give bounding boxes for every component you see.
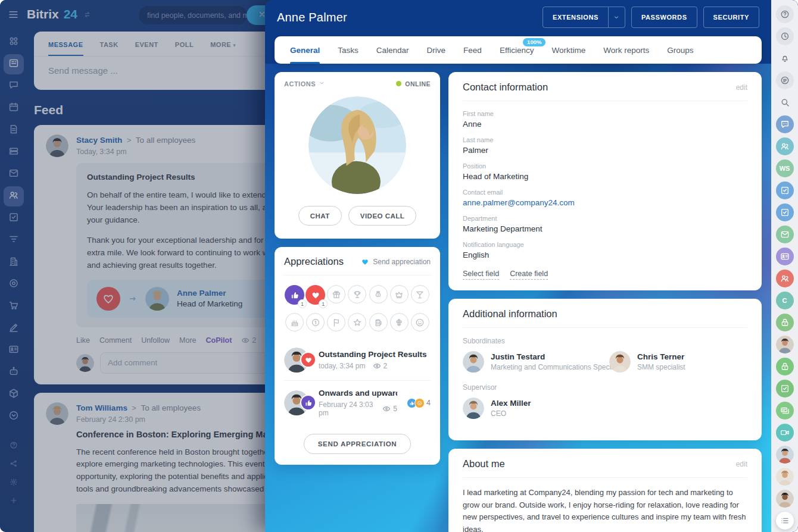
contact-field: First nameAnne	[463, 110, 747, 129]
person-role: SMM specialist	[637, 363, 685, 371]
appreciation-beer-icon[interactable]	[369, 313, 388, 331]
right-rail-mail-chat[interactable]	[776, 226, 794, 243]
video-call-button[interactable]: VIDEO CALL	[348, 206, 417, 226]
right-rail-private-chat-2[interactable]	[776, 358, 794, 375]
right-rail-user-1[interactable]	[776, 336, 794, 353]
edit-link[interactable]: edit	[736, 83, 747, 92]
chat-button[interactable]: CHAT	[298, 206, 342, 226]
person-role: CEO	[491, 409, 531, 418]
right-rail-help[interactable]	[776, 5, 794, 23]
badge-count: 1	[319, 299, 328, 308]
app-window: Bitrix24 find people, documents, and mor…	[0, 0, 798, 532]
search-icon	[780, 98, 790, 107]
appreciation-star-icon[interactable]	[348, 313, 366, 331]
appreciation-like-icon[interactable]: 1	[285, 285, 304, 305]
appreciation-crown-icon[interactable]	[390, 285, 409, 303]
right-rail-group-chat[interactable]	[776, 115, 794, 133]
right-rail-tasks-chat[interactable]	[776, 181, 794, 199]
tab-worktime[interactable]: Worktime	[551, 36, 585, 64]
field-value: Anne	[463, 120, 747, 129]
group-label: Subordinates	[463, 337, 747, 345]
right-rail-user-4[interactable]	[776, 490, 794, 508]
people-list: Alex MillerCEO	[463, 398, 747, 419]
smile-reaction-icon	[414, 398, 425, 408]
tab-work-reports[interactable]: Work reports	[603, 36, 649, 64]
appreciation-flag-icon[interactable]	[327, 313, 345, 331]
right-rail-notifications[interactable]	[776, 49, 794, 67]
help-icon	[780, 10, 790, 19]
right-rail-team[interactable]	[776, 137, 794, 155]
actions-dropdown[interactable]: ACTIONS	[284, 80, 325, 87]
avatar	[609, 351, 631, 373]
profile-photo[interactable]	[308, 96, 406, 194]
appreciation-trophy-icon[interactable]	[348, 285, 366, 303]
edit-link[interactable]: edit	[736, 460, 747, 468]
contact-field: Notification languageEnglish	[463, 241, 747, 259]
field-value: Marketing Department	[463, 224, 747, 233]
right-rail-user-2[interactable]	[776, 446, 794, 464]
appreciation-heart-icon[interactable]: 1	[306, 285, 325, 305]
select-field-link[interactable]: Select field	[463, 270, 499, 280]
right-rail-task-chat-3[interactable]	[776, 380, 794, 398]
reactions-count: 4	[407, 398, 431, 408]
avatar	[284, 390, 309, 415]
email-link[interactable]: anne.palmer@company24.com	[463, 198, 747, 207]
right-rail-planner[interactable]	[776, 71, 794, 89]
passwords-button[interactable]: PASSWORDS	[632, 7, 697, 27]
idcard-icon	[780, 252, 790, 261]
appreciation-cocktail-icon[interactable]	[411, 285, 429, 303]
card-title: Contact information	[463, 82, 548, 93]
tab-general[interactable]: General	[290, 36, 320, 64]
appreciation-gift-icon[interactable]	[327, 285, 345, 303]
tab-groups[interactable]: Groups	[667, 36, 693, 64]
im-icon	[780, 120, 790, 129]
right-rail-channel-c[interactable]: C	[776, 292, 794, 309]
chevron-down-icon[interactable]	[608, 7, 625, 27]
tab-tasks[interactable]: Tasks	[338, 36, 359, 64]
appreciation-money-bag-icon[interactable]	[369, 285, 388, 303]
avatar	[284, 348, 309, 373]
profile-tabs: GeneralTasksCalendarDriveFeedEfficiency1…	[275, 36, 762, 64]
right-rail-search[interactable]	[776, 93, 794, 111]
tab-drive[interactable]: Drive	[427, 36, 446, 64]
send-appreciation-link[interactable]: Send appreciation	[361, 258, 431, 266]
right-rail-contacts[interactable]	[776, 248, 794, 265]
tab-feed[interactable]: Feed	[463, 36, 482, 64]
person-item[interactable]: Alex MillerCEO	[463, 398, 601, 419]
extensions-button[interactable]: EXTENSIONS	[543, 7, 608, 27]
person-item[interactable]: Chris TernerSMM specialist	[609, 351, 747, 373]
lock-icon	[780, 362, 790, 371]
profile-card: ACTIONS ONLINE CHAT VIDEO CALL	[275, 72, 440, 239]
person-item[interactable]: Justin TestardMarketing and Communicatio…	[463, 351, 601, 373]
right-rail-video-call[interactable]	[776, 424, 794, 442]
appreciation-meta: February 24 3:03 pm5	[319, 400, 397, 417]
right-rail-clients[interactable]	[776, 270, 794, 287]
header-buttons: EXTENSIONSPASSWORDSSECURITY	[543, 7, 759, 28]
security-button[interactable]: SECURITY	[704, 7, 759, 27]
right-rail-cards-chat[interactable]	[776, 402, 794, 420]
create-field-link[interactable]: Create field	[510, 270, 548, 280]
field-label: First name	[463, 110, 747, 117]
appreciation-item[interactable]: Onwards and upwards!February 24 3:03 pm5…	[284, 381, 431, 425]
appreciation-list: Outstanding Project Resultstoday, 3:34 p…	[284, 340, 431, 425]
efficiency-badge: 100%	[523, 38, 545, 46]
appreciation-flower-icon[interactable]	[390, 313, 409, 331]
field-label: Department	[463, 215, 747, 222]
tab-calendar[interactable]: Calendar	[376, 36, 409, 64]
appreciation-item[interactable]: Outstanding Project Resultstoday, 3:34 p…	[284, 340, 431, 381]
right-rail-workspace[interactable]: WS	[776, 159, 794, 177]
right-rail-user-3[interactable]	[776, 468, 794, 486]
send-appreciation-button[interactable]: SEND APPRECIATION	[304, 434, 412, 454]
appreciation-smile-icon[interactable]	[411, 313, 429, 331]
appreciation-cake-icon[interactable]	[285, 313, 304, 331]
right-rail-private-chat[interactable]	[776, 314, 794, 331]
appreciation-title: Outstanding Project Results	[319, 350, 431, 359]
tab-efficiency[interactable]: Efficiency100%	[500, 36, 534, 64]
right-rail-expand[interactable]	[776, 512, 794, 530]
appreciation-medal-1-icon[interactable]	[306, 313, 325, 331]
field-label: Notification language	[463, 241, 747, 248]
right-rail-tasks-chat-2[interactable]	[776, 204, 794, 221]
contact-field: Contact emailanne.palmer@company24.com	[463, 189, 747, 207]
about-me-card: About me edit I lead marketing at Compan…	[448, 449, 762, 532]
right-rail-history[interactable]	[776, 27, 794, 45]
